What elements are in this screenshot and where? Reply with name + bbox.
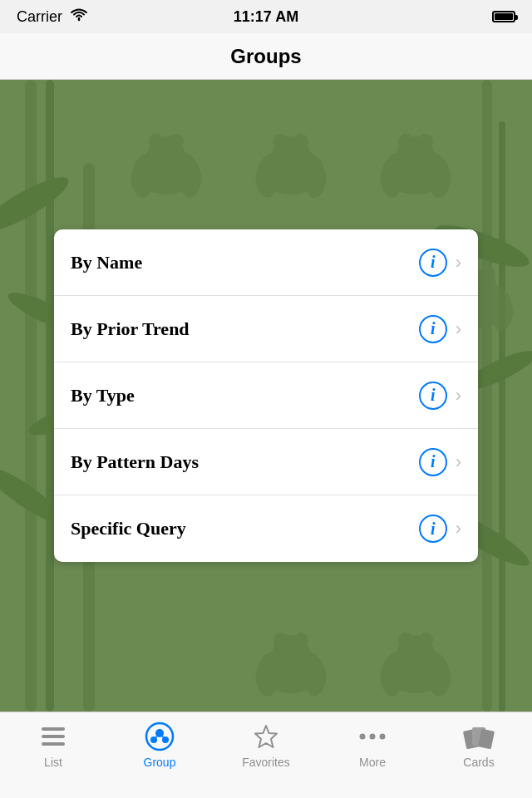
tab-favorites[interactable]: Favorites bbox=[213, 721, 319, 769]
row-right: i › bbox=[419, 315, 461, 343]
tab-bar: List Group Favorites bbox=[0, 712, 532, 798]
chevron-icon-by-prior-trend: › bbox=[456, 318, 461, 340]
table-row[interactable]: By Name i › bbox=[54, 229, 478, 296]
row-right: i › bbox=[419, 448, 461, 476]
svg-point-57 bbox=[418, 633, 433, 648]
tab-list-label: List bbox=[44, 756, 62, 769]
tab-more-label: More bbox=[359, 756, 386, 769]
table-row[interactable]: By Type i › bbox=[54, 362, 478, 429]
group-icon bbox=[145, 721, 175, 752]
chevron-icon-specific-query: › bbox=[456, 518, 461, 539]
row-right: i › bbox=[419, 515, 461, 543]
cards-icon bbox=[463, 721, 495, 752]
svg-rect-4 bbox=[499, 121, 505, 712]
battery-icon bbox=[492, 11, 515, 22]
svg-point-67 bbox=[360, 734, 366, 740]
row-right: i › bbox=[419, 249, 461, 277]
groups-table: By Name i › By Prior Trend i › By Type i… bbox=[54, 229, 478, 562]
wifi-icon bbox=[71, 8, 87, 25]
svg-rect-3 bbox=[482, 80, 492, 712]
info-icon-by-type[interactable]: i bbox=[419, 382, 447, 410]
svg-marker-66 bbox=[255, 726, 277, 747]
svg-point-69 bbox=[380, 734, 386, 740]
status-time: 11:17 AM bbox=[234, 8, 298, 26]
svg-point-68 bbox=[370, 734, 376, 740]
table-row[interactable]: Specific Query i › bbox=[54, 495, 478, 562]
svg-point-27 bbox=[418, 134, 433, 149]
chevron-icon-by-type: › bbox=[456, 385, 461, 406]
row-right: i › bbox=[419, 382, 461, 410]
star-icon bbox=[253, 721, 279, 752]
table-row[interactable]: By Pattern Days i › bbox=[54, 429, 478, 495]
tab-group[interactable]: Group bbox=[106, 721, 213, 769]
status-bar: Carrier 11:17 AM bbox=[0, 0, 532, 33]
svg-point-51 bbox=[293, 633, 308, 648]
carrier-label: Carrier bbox=[17, 8, 62, 26]
more-icon bbox=[359, 721, 386, 752]
svg-point-15 bbox=[169, 134, 184, 149]
chevron-icon-by-name: › bbox=[456, 252, 461, 273]
tab-cards-label: Cards bbox=[463, 756, 494, 769]
main-content: By Name i › By Prior Trend i › By Type i… bbox=[0, 80, 532, 712]
svg-point-45 bbox=[480, 267, 495, 282]
status-right bbox=[492, 11, 515, 22]
tab-more[interactable]: More bbox=[319, 721, 426, 769]
svg-point-14 bbox=[149, 134, 164, 149]
info-icon-specific-query[interactable]: i bbox=[419, 515, 447, 543]
chevron-icon-by-pattern-days: › bbox=[456, 451, 461, 473]
navigation-bar: Groups bbox=[0, 33, 532, 80]
tab-favorites-label: Favorites bbox=[242, 756, 290, 769]
info-icon-by-name[interactable]: i bbox=[419, 249, 447, 277]
status-left: Carrier bbox=[17, 8, 87, 26]
svg-point-56 bbox=[398, 633, 413, 648]
svg-rect-1 bbox=[46, 80, 54, 712]
tab-cards[interactable]: Cards bbox=[426, 721, 532, 769]
svg-point-26 bbox=[398, 134, 413, 149]
svg-rect-0 bbox=[25, 80, 37, 712]
info-icon-by-prior-trend[interactable]: i bbox=[419, 315, 447, 343]
table-row[interactable]: By Prior Trend i › bbox=[54, 296, 478, 362]
list-icon bbox=[42, 721, 65, 752]
svg-point-21 bbox=[293, 134, 308, 149]
page-title: Groups bbox=[230, 45, 301, 68]
svg-point-50 bbox=[273, 633, 288, 648]
tab-list[interactable]: List bbox=[0, 721, 106, 769]
tab-group-label: Group bbox=[144, 756, 176, 769]
svg-point-20 bbox=[273, 134, 288, 149]
info-icon-by-pattern-days[interactable]: i bbox=[419, 448, 447, 476]
